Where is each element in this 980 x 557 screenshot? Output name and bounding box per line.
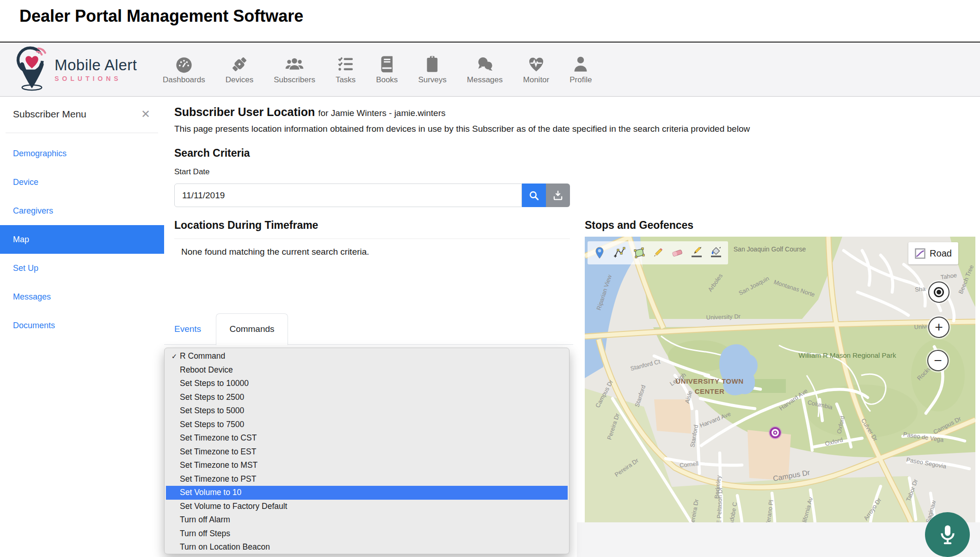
sidebar-item-documents[interactable]: Documents <box>0 311 164 340</box>
polygon-icon[interactable] <box>630 244 647 262</box>
command-option-label: Set Steps to 7500 <box>180 420 244 429</box>
search-button[interactable] <box>522 184 546 207</box>
nav-item-messages[interactable]: Messages <box>467 55 502 85</box>
command-option-label: R Command <box>180 351 225 361</box>
person-icon <box>571 55 590 74</box>
page-title: Dealer Portal Management Software <box>19 6 303 26</box>
mobile-alert-pin-icon <box>14 45 50 93</box>
locate-button[interactable] <box>928 282 949 303</box>
nav-item-surveys[interactable]: Surveys <box>418 55 447 85</box>
brand-tagline: SOLUTIONS <box>55 75 137 82</box>
map-drawing-toolbar <box>588 241 728 264</box>
sidebar-item-messages[interactable]: Messages <box>0 282 164 311</box>
command-option-set-steps-to-5000[interactable]: Set Steps to 5000 <box>166 404 568 418</box>
tab-events[interactable]: Events <box>174 313 201 345</box>
road-style-button[interactable]: Road <box>908 242 958 264</box>
check-icon: ✓ <box>169 352 180 361</box>
command-option-set-timezone-to-pst[interactable]: Set Timezone to PST <box>166 472 568 486</box>
microphone-icon <box>936 523 960 547</box>
brand-name: Mobile Alert <box>55 56 137 74</box>
sidebar-item-set-up[interactable]: Set Up <box>0 254 164 282</box>
tab-bar: Events Commands <box>164 313 573 345</box>
zoom-out-button[interactable]: − <box>927 350 949 371</box>
locations-empty-message: None found matching the current search c… <box>181 247 369 257</box>
nav-item-subscribers[interactable]: Subscribers <box>274 55 315 85</box>
close-icon[interactable]: ✕ <box>141 108 150 121</box>
start-date-label: Start Date <box>174 167 210 177</box>
zoom-in-button[interactable]: + <box>928 317 949 338</box>
command-option-set-timezone-to-est[interactable]: Set Timezone to EST <box>166 445 568 459</box>
nav-label: Subscribers <box>274 75 315 85</box>
command-option-set-steps-to-7500[interactable]: Set Steps to 7500 <box>166 418 568 432</box>
gauge-icon <box>174 55 194 74</box>
locations-divider <box>174 239 570 239</box>
map-label-san-joaquin-golf-course: San Joaquin Golf Course <box>734 245 806 253</box>
stops-geofences-map[interactable]: San Joaquin Golf CourseArbolesSan Joaqui… <box>585 237 975 522</box>
clipboard-icon <box>423 55 442 74</box>
command-option-set-volume-to-10[interactable]: Set Volume to 10 <box>166 486 568 500</box>
command-option-label: Set Timezone to MST <box>180 460 257 470</box>
nav-item-devices[interactable]: Devices <box>226 55 253 85</box>
polyline-icon[interactable] <box>611 244 627 262</box>
app-window: Dealer Portal Management Software M <box>0 0 980 557</box>
command-option-turn-off-steps[interactable]: Turn off Steps <box>166 527 568 541</box>
command-option-r-command[interactable]: ✓R Command <box>166 349 568 363</box>
sidebar-title: Subscriber Menu <box>13 109 86 120</box>
locate-icon <box>934 287 944 297</box>
nav-label: Profile <box>570 75 592 85</box>
pin-icon[interactable] <box>591 244 608 262</box>
top-navbar: Mobile Alert SOLUTIONS DashboardsDevices… <box>0 43 980 97</box>
page-heading-subscriber: for Jamie Winters - jamie.winters <box>318 108 446 118</box>
map-label-university-dr: University Dr <box>706 313 741 321</box>
nav-item-dashboards[interactable]: Dashboards <box>163 55 205 85</box>
commands-dropdown: ✓R CommandReboot DeviceSet Steps to 1000… <box>164 348 570 554</box>
nav-item-profile[interactable]: Profile <box>570 55 592 85</box>
book-icon <box>377 55 397 74</box>
nav-item-books[interactable]: Books <box>376 55 398 85</box>
nav-items: DashboardsDevicesSubscribersTasksBooksSu… <box>163 43 592 97</box>
nav-label: Tasks <box>336 75 355 85</box>
pencil-icon[interactable] <box>649 244 666 262</box>
command-option-label: Set Timezone to PST <box>180 474 256 484</box>
command-option-set-steps-to-10000[interactable]: Set Steps to 10000 <box>166 377 568 391</box>
sidebar-menu: DemographicsDeviceCaregiversMapSet UpMes… <box>0 139 164 340</box>
map-label-e-peltason-dr: E Peltason Dr <box>716 487 724 522</box>
brand-logo[interactable]: Mobile Alert SOLUTIONS <box>14 45 137 93</box>
search-icon <box>528 190 540 202</box>
nav-label: Dashboards <box>163 75 205 85</box>
command-option-set-steps-to-2500[interactable]: Set Steps to 2500 <box>166 391 568 404</box>
sidebar-divider <box>6 133 158 133</box>
command-option-set-timezone-to-mst[interactable]: Set Timezone to MST <box>166 459 568 472</box>
voice-assistant-button[interactable] <box>925 512 970 557</box>
command-option-reboot-device[interactable]: Reboot Device <box>166 363 568 377</box>
command-option-set-timezone-to-cst[interactable]: Set Timezone to CST <box>166 431 568 445</box>
sidebar-item-demographics[interactable]: Demographics <box>0 139 164 168</box>
command-option-turn-off-alarm[interactable]: Turn off Alarm <box>166 513 568 527</box>
page-heading: Subscriber User Location for Jamie Winte… <box>174 105 446 119</box>
road-button-label: Road <box>930 248 952 259</box>
below-map-panel <box>577 522 980 557</box>
tab-commands[interactable]: Commands <box>216 313 288 345</box>
nav-item-tasks[interactable]: Tasks <box>336 55 355 85</box>
download-button[interactable] <box>546 184 570 207</box>
command-option-label: Set Timezone to CST <box>180 433 257 443</box>
nav-item-monitor[interactable]: Monitor <box>523 55 550 85</box>
start-date-input[interactable] <box>174 184 522 207</box>
road-map-icon <box>915 248 925 259</box>
eraser-icon[interactable] <box>669 244 686 262</box>
checklist-icon <box>336 55 355 74</box>
command-option-set-volume-to-factory-default[interactable]: Set Volume to Factory Default <box>166 500 568 514</box>
sidebar-item-caregivers[interactable]: Caregivers <box>0 196 164 225</box>
stop-marker <box>769 426 782 439</box>
command-option-label: Set Volume to Factory Default <box>180 502 287 511</box>
stops-geofences-heading: Stops and Geofences <box>585 219 693 232</box>
page-description: This page presents location information … <box>174 124 831 134</box>
plus-icon: + <box>935 319 943 335</box>
sidebar-item-device[interactable]: Device <box>0 168 164 196</box>
sidebar-item-map[interactable]: Map <box>0 225 164 254</box>
nav-label: Messages <box>467 75 502 85</box>
command-option-turn-on-location-beacon[interactable]: Turn on Location Beacon <box>166 540 568 554</box>
edit-shape-icon[interactable] <box>688 244 705 262</box>
nav-label: Monitor <box>523 75 550 85</box>
fill-icon[interactable] <box>708 244 724 262</box>
